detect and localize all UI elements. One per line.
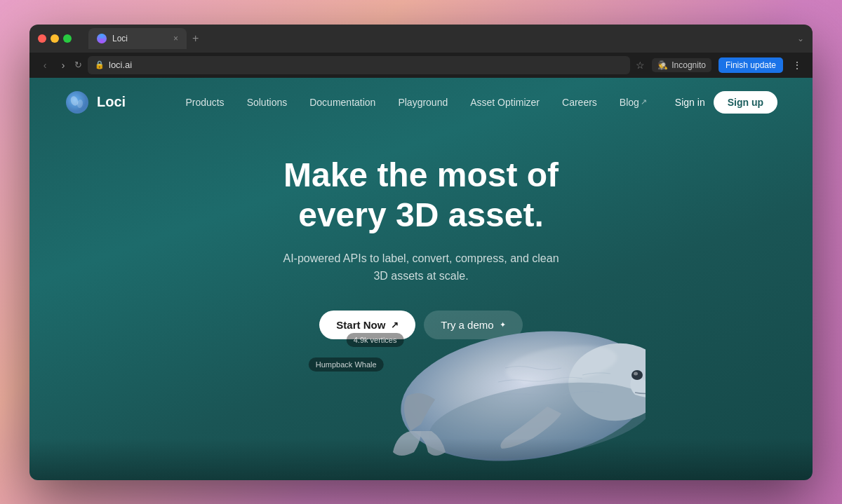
hero-subtitle: AI-powered APIs to label, convert, compr… [281,250,561,285]
logo-icon [65,90,90,115]
vertices-label: 4.9k vertices [347,333,404,347]
url-bar[interactable]: 🔒 loci.ai [88,56,630,74]
nav-asset-optimizer[interactable]: Asset Optimizer [470,97,540,108]
incognito-label: Incognito [671,60,706,70]
tab-close-button[interactable]: × [173,34,178,43]
nav-buttons: ‹ › ↻ [38,60,82,71]
nav-solutions[interactable]: Solutions [247,97,288,108]
nav-playground[interactable]: Playground [398,97,448,108]
hero-title-line1: Make the most of [283,156,559,193]
svg-point-6 [632,370,643,380]
tab-title-text: Loci [112,34,128,43]
bookmark-icon[interactable]: ☆ [636,60,645,71]
reload-button[interactable]: ↻ [74,60,82,70]
minimize-traffic-light[interactable] [51,34,59,43]
browser-window: Loci × + ⌄ ‹ › ↻ 🔒 loci.ai ☆ 🕵 Incog [29,25,813,480]
hero-section: Make the most of every 3D asset. AI-powe… [29,127,813,480]
tab-favicon-icon [97,34,107,43]
url-text: loci.ai [109,60,132,70]
nav-careers[interactable]: Careers [562,97,597,108]
new-tab-button[interactable]: + [192,32,199,45]
browser-tab[interactable]: Loci × [88,28,187,49]
browser-menu-button[interactable]: ⋮ [790,60,804,71]
svg-point-7 [634,372,638,375]
hero-title-line2: every 3D asset. [298,196,544,233]
site-navigation: Loci Products Solutions Documentation Pl… [29,78,813,127]
whale-name-label: Humpback Whale [309,357,384,372]
nav-products[interactable]: Products [185,97,224,108]
finish-update-button[interactable]: Finish update [719,57,783,73]
auth-buttons: Sign in Sign up [675,91,777,114]
nav-blog[interactable]: Blog [620,97,647,108]
traffic-lights [38,34,72,43]
hero-title: Make the most of every 3D asset. [283,155,559,236]
incognito-icon: 🕵 [657,60,668,70]
back-button[interactable]: ‹ [38,60,52,71]
logo-area: Loci [65,90,126,115]
incognito-badge: 🕵 Incognito [652,58,711,72]
sign-in-button[interactable]: Sign in [675,97,705,108]
whale-name-text: Humpback Whale [316,360,377,369]
website-content: Loci Products Solutions Documentation Pl… [29,78,813,480]
logo-text: Loci [97,94,126,110]
whale-illustration [365,284,646,480]
maximize-traffic-light[interactable] [63,34,72,43]
vertices-label-text: 4.9k vertices [354,336,397,344]
address-bar: ‹ › ↻ 🔒 loci.ai ☆ 🕵 Incognito Finish upd… [29,53,813,78]
title-bar: Loci × + ⌄ [29,25,813,53]
forward-button[interactable]: › [56,60,70,71]
nav-documentation[interactable]: Documentation [309,97,375,108]
browser-chrome: Loci × + ⌄ ‹ › ↻ 🔒 loci.ai ☆ 🕵 Incog [29,25,813,78]
close-traffic-light[interactable] [38,34,46,43]
finish-update-label: Finish update [726,60,776,70]
address-bar-right: ☆ 🕵 Incognito Finish update ⋮ [636,57,804,73]
tab-bar: Loci × + [88,28,804,49]
chevron-down-icon[interactable]: ⌄ [797,34,804,43]
sign-up-button[interactable]: Sign up [714,91,777,114]
whale-svg [365,284,646,480]
lock-icon: 🔒 [95,60,105,69]
nav-links: Products Solutions Documentation Playgro… [185,97,646,108]
